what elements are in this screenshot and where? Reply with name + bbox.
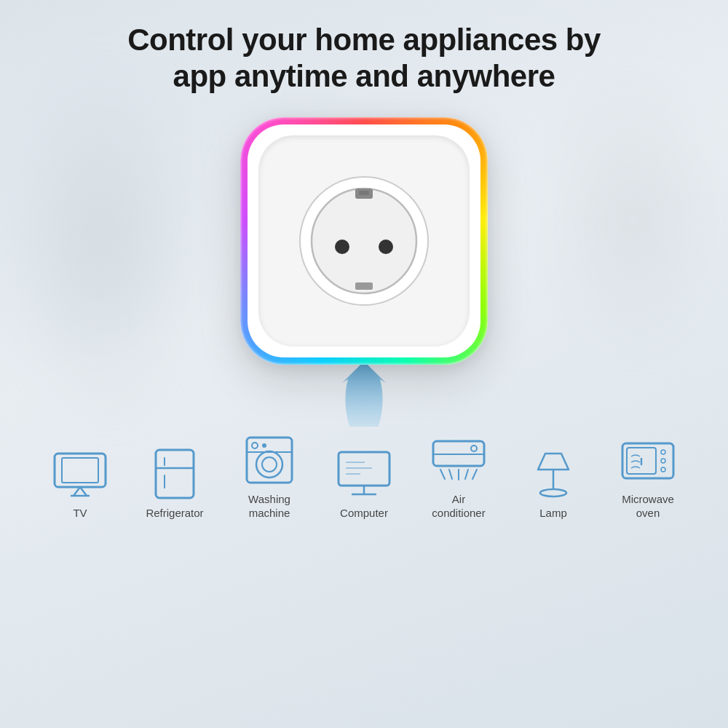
page-wrapper: Control your home appliances by app anyt… [0,0,728,728]
svg-rect-22 [339,452,389,486]
appliances-section: TV Refrigerator [0,434,728,521]
socket-icon [291,168,437,314]
arrow-up-icon [335,357,393,430]
svg-point-1 [312,189,416,293]
appliance-item-microwave-oven: Microwave oven [601,434,695,521]
svg-line-9 [74,487,80,496]
svg-point-37 [540,489,566,496]
washing-machine-label: Washing machine [248,492,290,521]
refrigerator-label: Refrigerator [146,506,203,521]
tv-icon [51,448,109,500]
bg-blur-left [0,58,204,422]
appliance-item-computer: Computer [317,448,411,521]
svg-rect-16 [247,438,292,483]
appliance-item-tv: TV [33,448,127,521]
washing-machine-icon [240,434,298,486]
svg-point-30 [471,446,477,451]
appliance-item-lamp: Lamp [506,448,601,521]
computer-label: Computer [340,506,388,521]
svg-rect-5 [355,282,373,290]
microwave-oven-icon [619,434,677,486]
product-section [240,117,488,430]
appliance-item-refrigerator: Refrigerator [127,448,222,521]
air-conditioner-icon [430,434,488,486]
microwave-oven-label: Microwave oven [622,492,674,521]
svg-rect-12 [156,450,194,498]
svg-point-20 [262,443,266,448]
svg-point-18 [262,457,277,472]
smart-plug [240,117,488,365]
svg-rect-6 [359,191,369,195]
svg-point-4 [379,240,393,254]
svg-line-34 [465,470,468,479]
arrow-section [335,357,393,430]
air-conditioner-label: Air conditioner [432,492,485,521]
svg-point-17 [256,451,282,478]
bg-blur-right [539,73,728,364]
svg-point-43 [661,459,665,463]
refrigerator-icon [146,448,204,500]
tv-label: TV [73,506,87,521]
appliance-item-washing-machine: Washing machine [222,434,317,521]
plug-face [258,135,470,347]
svg-line-10 [80,487,87,496]
lamp-icon [524,448,582,500]
svg-rect-8 [62,458,98,483]
lamp-label: Lamp [539,506,567,521]
svg-point-3 [335,240,349,254]
svg-point-19 [252,443,258,448]
main-title: Control your home appliances by app anyt… [127,22,601,95]
svg-line-35 [472,470,477,479]
svg-line-32 [449,470,452,479]
appliance-item-air-conditioner: Air conditioner [411,434,506,521]
svg-line-31 [440,470,445,479]
svg-point-44 [661,467,665,472]
header-section: Control your home appliances by app anyt… [127,22,601,95]
svg-point-42 [661,450,665,454]
computer-icon [335,448,393,500]
